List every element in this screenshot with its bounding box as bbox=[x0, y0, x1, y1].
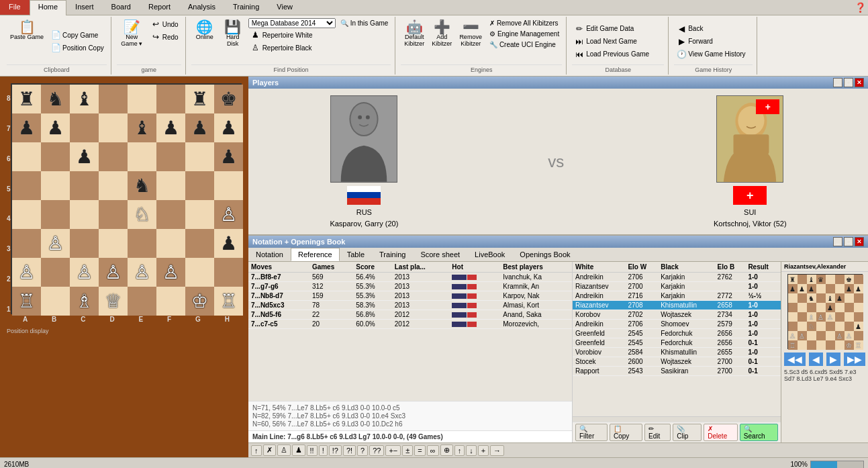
move-row[interactable]: 7...Bf8-e7 569 56.4% 2013 Ivanchuk, Ka bbox=[248, 273, 572, 282]
square-g8[interactable]: ♜ bbox=[185, 85, 214, 113]
square-c8[interactable]: ♝ bbox=[70, 85, 99, 113]
position-copy-button[interactable]: 📄 Position Copy bbox=[48, 42, 107, 54]
tab-livebook[interactable]: LiveBook bbox=[467, 248, 512, 261]
move-row[interactable]: 7...Nd5xc3 78 58.3% 2013 Almasi, Kort bbox=[248, 301, 572, 310]
square-d8[interactable] bbox=[99, 85, 128, 113]
online-button[interactable]: 🌐 Online bbox=[191, 18, 218, 49]
square-h8[interactable]: ♚ bbox=[214, 85, 243, 113]
square-g7[interactable]: ♟ bbox=[185, 113, 214, 142]
blunder-button[interactable]: ?? bbox=[369, 445, 384, 456]
square-g3[interactable] bbox=[185, 229, 214, 258]
square-e8[interactable] bbox=[128, 85, 156, 113]
pawn-black-button[interactable]: ♟ bbox=[292, 444, 305, 456]
square-f2[interactable]: ♙ bbox=[156, 258, 185, 287]
mini-back-button[interactable]: ◀ bbox=[809, 353, 823, 366]
repertoire-black-button[interactable]: ♙ Repertoire Black bbox=[248, 42, 391, 54]
square-c5[interactable] bbox=[70, 171, 99, 200]
game-row[interactable]: Andreikin 2706 Karjakin 2762 1-0 bbox=[573, 273, 781, 282]
edit-game-data-button[interactable]: ✏ Edit Game Data bbox=[572, 23, 652, 35]
game-row[interactable]: Stocek 2600 Wojtaszek 2700 0-1 bbox=[573, 357, 781, 367]
square-c6[interactable]: ♟ bbox=[70, 142, 99, 171]
players-close-button[interactable]: ✕ bbox=[855, 78, 864, 87]
square-e3[interactable] bbox=[128, 229, 156, 258]
interesting-button[interactable]: !? bbox=[329, 445, 342, 456]
game-row[interactable]: Vorobiov 2584 Khismatullin 2655 1-0 bbox=[573, 348, 781, 357]
new-game-button[interactable]: 📝 NewGame ▾ bbox=[117, 18, 147, 49]
tab-analysis[interactable]: Analysis bbox=[179, 0, 224, 15]
players-minimize-button[interactable]: _ bbox=[833, 78, 842, 87]
edit-button[interactable]: ✏ Edit bbox=[644, 424, 671, 441]
square-a7[interactable]: ♟ bbox=[12, 113, 41, 142]
delete-move-button[interactable]: ✗ bbox=[263, 444, 276, 456]
square-e6[interactable] bbox=[128, 142, 156, 171]
move-row[interactable]: 7...g7-g6 312 55.3% 2013 Kramnik, An bbox=[248, 282, 572, 291]
tab-score-sheet[interactable]: Score sheet bbox=[413, 248, 467, 261]
square-a8[interactable]: ♜ bbox=[12, 85, 41, 113]
game-row[interactable]: Rapport 2543 Sasikiran 2700 0-1 bbox=[573, 367, 781, 376]
zoom-bar[interactable] bbox=[810, 461, 864, 469]
delete-button[interactable]: ✗ Delete bbox=[704, 424, 738, 441]
square-b5[interactable] bbox=[41, 171, 70, 200]
square-h2[interactable] bbox=[214, 258, 243, 287]
square-a6[interactable] bbox=[12, 142, 41, 171]
remove-all-kibitzers-button[interactable]: ✗ Remove All Kibitzers bbox=[487, 18, 562, 28]
square-h1[interactable]: ♖ bbox=[214, 287, 243, 316]
square-f6[interactable] bbox=[156, 142, 185, 171]
database-selector[interactable]: Mega Database 2014 bbox=[248, 18, 336, 28]
games-table-container[interactable]: White Elo W Black Elo B Result Andreikin… bbox=[573, 262, 781, 416]
square-e4[interactable]: ♘ bbox=[128, 200, 156, 229]
square-h6[interactable]: ♟ bbox=[214, 142, 243, 171]
forward-button[interactable]: ▶ Forward bbox=[674, 36, 748, 48]
copy-button[interactable]: 📋 Copy bbox=[610, 424, 642, 441]
notation-minimize-button[interactable]: _ bbox=[833, 237, 842, 246]
arrow-up-button[interactable]: ↑ bbox=[251, 445, 262, 456]
square-e2[interactable]: ♙ bbox=[128, 258, 156, 287]
moves-table-container[interactable]: Moves Games Score Last pla... Hot Best p… bbox=[248, 262, 572, 401]
game-row[interactable]: Greenfeld 2545 Fedorchuk 2656 0-1 bbox=[573, 338, 781, 348]
copy-game-button[interactable]: 📄 Copy Game bbox=[48, 29, 107, 41]
square-d4[interactable] bbox=[99, 200, 128, 229]
square-b3[interactable]: ♙ bbox=[41, 229, 70, 258]
square-b8[interactable]: ♞ bbox=[41, 85, 70, 113]
tab-insert[interactable]: Insert bbox=[66, 0, 103, 15]
game-row[interactable]: Greenfeld 2545 Fedorchuk 2656 1-0 bbox=[573, 329, 781, 338]
create-uci-engine-button[interactable]: 🔧 Create UCI Engine bbox=[487, 40, 562, 50]
game-row[interactable]: Riazantsev 2708 Khismatullin 2658 1-0 bbox=[573, 301, 781, 310]
square-a1[interactable]: ♖ bbox=[12, 287, 41, 316]
square-g2[interactable] bbox=[185, 258, 214, 287]
slight-advantage-button[interactable]: ± bbox=[402, 445, 413, 456]
square-d5[interactable] bbox=[99, 171, 128, 200]
repertoire-white-button[interactable]: ♟ Repertoire White bbox=[248, 29, 391, 41]
add-kibitzer-button[interactable]: ➕ AddKibitzer bbox=[428, 18, 455, 49]
engine-management-button[interactable]: ⚙ Engine Management bbox=[487, 29, 562, 39]
tab-home[interactable]: Home bbox=[30, 0, 66, 15]
counterplay-button[interactable]: ⊕ bbox=[440, 444, 453, 456]
tab-training[interactable]: Training bbox=[372, 248, 413, 261]
square-g6[interactable] bbox=[185, 142, 214, 171]
chess-board[interactable]: ♜♞♝♜♚♟♟♝♟♟♟♟♟♞♘♙♙♟♙♙♙♙♙♖♗♕♔♖ bbox=[11, 83, 242, 314]
mini-forward-button[interactable]: ▶ bbox=[826, 353, 840, 366]
square-c1[interactable]: ♗ bbox=[70, 287, 99, 316]
more-button[interactable]: → bbox=[490, 445, 504, 456]
infinity-button[interactable]: ∞ bbox=[427, 445, 439, 456]
compensation-button[interactable]: + bbox=[478, 445, 489, 456]
square-d2[interactable]: ♙ bbox=[99, 258, 128, 287]
equal-button[interactable]: = bbox=[414, 445, 425, 456]
mini-prev-button[interactable]: ◀◀ bbox=[784, 353, 806, 366]
back-button[interactable]: ◀ Back bbox=[674, 23, 748, 35]
square-c4[interactable] bbox=[70, 200, 99, 229]
players-maximize-button[interactable]: □ bbox=[844, 78, 853, 87]
brilliant-button[interactable]: !! bbox=[307, 445, 318, 456]
square-f7[interactable]: ♟ bbox=[156, 113, 185, 142]
square-h7[interactable]: ♟ bbox=[214, 113, 243, 142]
square-c3[interactable] bbox=[70, 229, 99, 258]
square-b4[interactable] bbox=[41, 200, 70, 229]
square-a3[interactable] bbox=[12, 229, 41, 258]
tab-openings-book[interactable]: Openings Book bbox=[512, 248, 577, 261]
move-row[interactable]: 7...Nd5-f6 22 56.8% 2012 Anand, Saka bbox=[248, 310, 572, 320]
tab-report[interactable]: Report bbox=[140, 0, 179, 15]
develop-button[interactable]: ↓ bbox=[466, 445, 477, 456]
mistake-button[interactable]: ? bbox=[357, 445, 368, 456]
square-g4[interactable] bbox=[185, 200, 214, 229]
clip-button[interactable]: 📎 Clip bbox=[673, 424, 702, 441]
